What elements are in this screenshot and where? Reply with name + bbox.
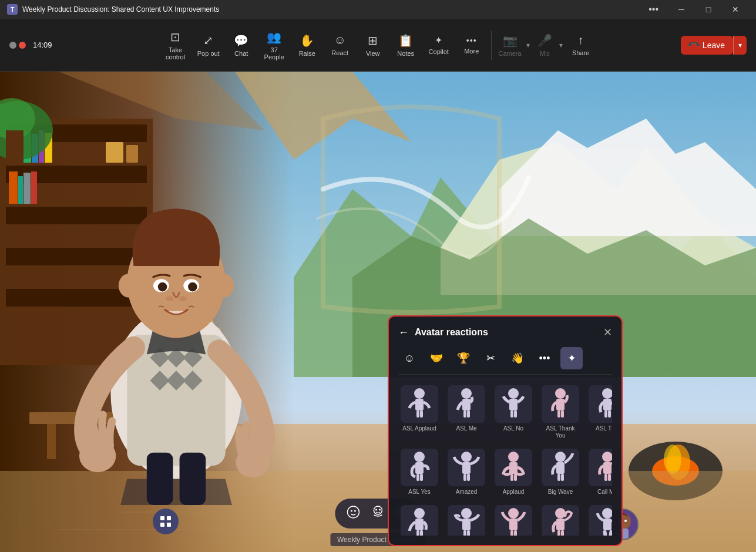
minimize-button[interactable]: ─ (668, 0, 695, 19)
raise-button[interactable]: ✋ Raise (291, 29, 323, 62)
anim-asl-me[interactable]: ASL Me (445, 383, 488, 442)
cat-waves-button[interactable]: 👋 (506, 347, 529, 369)
reactions-panel: ← Avatar reactions ✕ ☺ 🤝 🏆 ✂ 👋 ••• ✦ ASL… (388, 315, 623, 546)
svg-rect-60 (167, 516, 171, 520)
svg-point-54 (179, 296, 186, 301)
react-button[interactable]: ☺ React (324, 29, 356, 61)
cat-achievements-button[interactable]: 🏆 (452, 347, 475, 369)
svg-rect-93 (603, 399, 611, 410)
svg-rect-99 (420, 474, 423, 481)
anim-check[interactable]: Check (398, 503, 441, 536)
reactions-back-button[interactable]: ← (398, 327, 409, 339)
svg-rect-115 (608, 474, 611, 481)
svg-rect-127 (514, 530, 517, 536)
anim-asl-applaud[interactable]: ASL Applaud (398, 383, 441, 442)
reactions-title: Avatar reactions (415, 327, 488, 338)
anim-cheerssalute[interactable]: Cheers Salute (492, 503, 535, 536)
anim-asl-no-label: ASL No (503, 425, 523, 432)
svg-point-67 (375, 509, 377, 511)
cat-emoji-button[interactable]: ☺ (398, 347, 421, 369)
anim-amazed-label: Amazed (456, 489, 478, 496)
anim-asl-no[interactable]: ASL No (492, 383, 535, 442)
avatar-container (29, 164, 323, 505)
category-row: ☺ 🤝 🏆 ✂ 👋 ••• ✦ (398, 347, 612, 375)
svg-rect-61 (160, 523, 164, 527)
anim-callme[interactable]: Call Me (586, 446, 612, 498)
pop-out-button[interactable]: ⤢ Pop out (193, 29, 224, 62)
meeting-area: Weekly Product Discuss... ← Avatar react… (0, 72, 756, 552)
anim-asl-yes[interactable]: ASL Yes (398, 446, 441, 498)
chat-label: Chat (234, 50, 248, 57)
anim-asl-this-figure (589, 385, 612, 423)
chat-button[interactable]: 💬 Chat (226, 29, 257, 62)
chat-btn-wrap: 💬 Chat (226, 29, 257, 62)
more-label: More (464, 48, 479, 55)
anim-amazed[interactable]: Amazed (445, 446, 488, 498)
svg-rect-91 (561, 410, 564, 418)
svg-rect-134 (603, 530, 607, 536)
cat-more-button[interactable]: ••• (533, 347, 556, 369)
people-button[interactable]: 👥 37 People (258, 25, 290, 65)
svg-point-116 (414, 508, 425, 519)
more-icon: ••• (466, 36, 477, 45)
cat-gestures-button[interactable]: 🤝 (425, 347, 448, 369)
share-label: Share (572, 49, 589, 56)
mic-btn-group: 🎤 Mic ▾ (532, 29, 564, 62)
share-button[interactable]: ↑ Share (565, 29, 597, 61)
grid-button[interactable] (153, 509, 179, 534)
avatar-reaction-button[interactable] (345, 503, 362, 524)
camera-button[interactable]: 📷 Camera (495, 29, 525, 62)
anim-callme-figure (589, 449, 612, 486)
more-button[interactable]: ••• More (456, 31, 488, 59)
svg-rect-129 (556, 519, 565, 530)
anim-clubdance[interactable]: Club Dance (586, 503, 612, 536)
svg-rect-121 (462, 519, 471, 530)
cat-special-button[interactable]: ✦ (560, 347, 583, 369)
svg-rect-122 (463, 530, 466, 536)
svg-rect-90 (557, 410, 560, 418)
cat-actions-button[interactable]: ✂ (479, 347, 502, 369)
anim-asl-this[interactable]: ASL This (586, 383, 612, 442)
svg-rect-117 (415, 519, 424, 530)
svg-point-32 (664, 445, 681, 474)
leave-dropdown-button[interactable]: ▾ (733, 36, 747, 55)
svg-point-120 (461, 508, 472, 519)
maximize-button[interactable]: □ (695, 0, 722, 19)
notes-button[interactable]: 📋 Notes (390, 29, 422, 62)
anim-checkhorizon-figure (448, 505, 485, 536)
close-button[interactable]: ✕ (722, 0, 749, 19)
svg-point-76 (414, 388, 425, 399)
anim-asl-thankyou[interactable]: ASL Thank You (539, 383, 582, 442)
svg-point-63 (348, 506, 359, 518)
notes-icon: 📋 (398, 33, 413, 48)
toolbar-divider (491, 31, 492, 60)
camera-dropdown[interactable]: ▾ (525, 36, 531, 54)
svg-rect-103 (467, 474, 470, 481)
svg-rect-113 (603, 462, 611, 474)
reactions-close-button[interactable]: ✕ (603, 326, 612, 339)
view-button[interactable]: ⊞ View (357, 29, 389, 62)
pop-out-label: Pop out (197, 50, 220, 57)
titlebar-dots[interactable]: ••• (641, 4, 666, 15)
mic-dropdown[interactable]: ▾ (558, 36, 564, 54)
svg-point-128 (555, 508, 566, 519)
copilot-button[interactable]: ✦ Copilot (423, 30, 455, 60)
svg-rect-94 (604, 410, 607, 418)
mic-label: Mic (540, 50, 550, 57)
gesture-button[interactable] (369, 503, 387, 524)
svg-rect-98 (416, 474, 419, 481)
svg-point-84 (508, 388, 519, 399)
take-control-button[interactable]: ⊡ Take control (159, 25, 191, 65)
svg-point-100 (461, 452, 472, 462)
anim-chefskiss[interactable]: Chef's Kiss (539, 503, 582, 536)
anim-bigwave[interactable]: Big Wave (539, 446, 582, 498)
svg-rect-19 (106, 142, 123, 163)
avatar-icon (347, 506, 360, 519)
leave-button[interactable]: 📞 Leave (681, 36, 733, 55)
anim-checkhorizon[interactable]: Check The Horizon (445, 503, 488, 536)
svg-rect-131 (561, 530, 564, 536)
svg-rect-15 (9, 171, 18, 204)
share-icon: ↑ (578, 33, 584, 47)
anim-applaud[interactable]: Applaud (492, 446, 535, 498)
mic-button[interactable]: 🎤 Mic (532, 29, 558, 62)
